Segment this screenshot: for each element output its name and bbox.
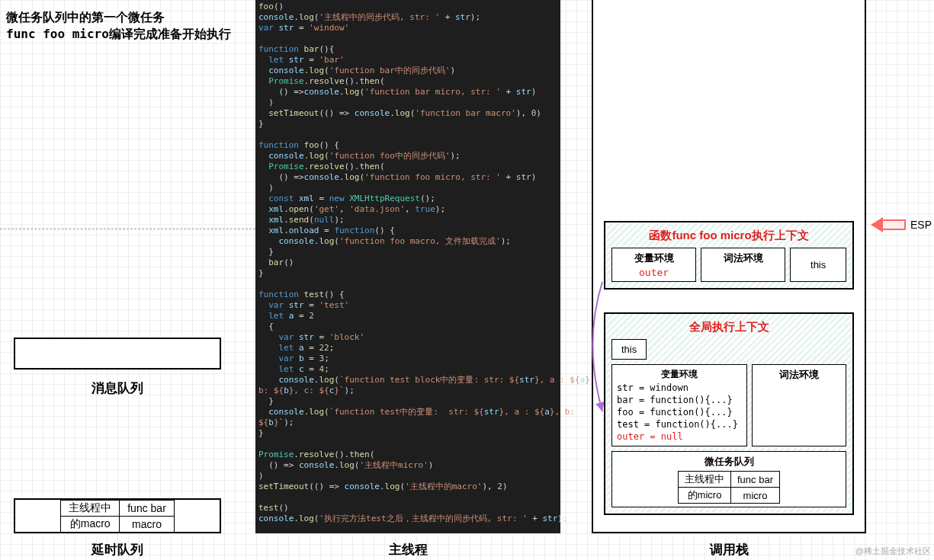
- delay-queue-label: 延时队列: [14, 541, 221, 558]
- watermark: @稀土掘金技术社区: [855, 546, 931, 557]
- func-ctx-this: this: [790, 248, 846, 282]
- outer-null: outer = null: [617, 430, 742, 443]
- micro-queue-label: 微任务队列: [615, 455, 843, 469]
- this-text: this: [810, 259, 826, 270]
- micro-cell: 主线程中: [679, 472, 731, 488]
- global-ctx-card: 全局执行上下文 this 变量环境 str = windown bar = fu…: [604, 312, 854, 515]
- delay-cell: 的macro: [61, 517, 120, 533]
- outer-text: outer: [617, 267, 691, 278]
- call-stack-label: 调用栈: [592, 541, 866, 558]
- main-thread-label: 主线程: [255, 541, 560, 558]
- esp-bar: [883, 219, 906, 230]
- global-ctx-lex-env: 词法环境: [752, 364, 846, 446]
- global-ctx-title: 全局执行上下文: [611, 320, 846, 334]
- delay-cell: func bar: [120, 501, 175, 517]
- esp-label: ESP: [910, 219, 932, 231]
- micro-cell: 的micro: [679, 488, 731, 504]
- delay-queue-box: 主线程中 func bar 的macro macro: [14, 498, 221, 533]
- global-ctx-this: this: [611, 339, 647, 360]
- heading-line2: func foo micro编译完成准备开始执行: [6, 26, 231, 43]
- var-env-label: 变量环境: [617, 368, 742, 380]
- global-ctx-var-env: 变量环境 str = windown bar = function(){...}…: [611, 364, 747, 446]
- micro-queue-table: 主线程中 func bar 的micro micro: [678, 471, 780, 504]
- delay-cell: 主线程中: [61, 501, 120, 517]
- call-stack-panel: 函数func foo micro执行上下文 变量环境 outer 词法环境 th…: [592, 0, 866, 533]
- micro-cell: func bar: [731, 472, 780, 488]
- delay-queue-table: 主线程中 func bar 的macro macro: [60, 500, 175, 533]
- heading-line1: 微任务队列中的第一个微任务: [6, 9, 231, 26]
- esp-pointer: ESP: [871, 217, 932, 232]
- dashed-separator: [0, 229, 255, 229]
- var-env-body: str = windown bar = function(){...} foo …: [617, 382, 742, 430]
- lex-env-label: 词法环境: [757, 368, 841, 382]
- func-ctx-lex-env: 词法环境: [701, 248, 785, 282]
- func-ctx-card: 函数func foo micro执行上下文 变量环境 outer 词法环境 th…: [604, 221, 854, 290]
- micro-queue-box: 微任务队列 主线程中 func bar 的micro micro: [611, 451, 846, 507]
- delay-cell: macro: [120, 517, 175, 533]
- arrow-left-icon: [871, 217, 883, 232]
- heading: 微任务队列中的第一个微任务 func foo micro编译完成准备开始执行: [6, 9, 231, 43]
- micro-cell: micro: [731, 488, 780, 504]
- func-ctx-var-env: 变量环境 outer: [611, 248, 696, 282]
- message-queue-label: 消息队列: [14, 379, 221, 397]
- func-ctx-title: 函数func foo micro执行上下文: [611, 229, 846, 243]
- message-queue-box: [14, 338, 221, 370]
- lex-env-label: 词法环境: [706, 251, 780, 265]
- this-text: this: [621, 344, 637, 355]
- var-env-label: 变量环境: [617, 251, 691, 265]
- code-panel: foo() console.log('主线程中的同步代码, str: ' + s…: [255, 0, 560, 533]
